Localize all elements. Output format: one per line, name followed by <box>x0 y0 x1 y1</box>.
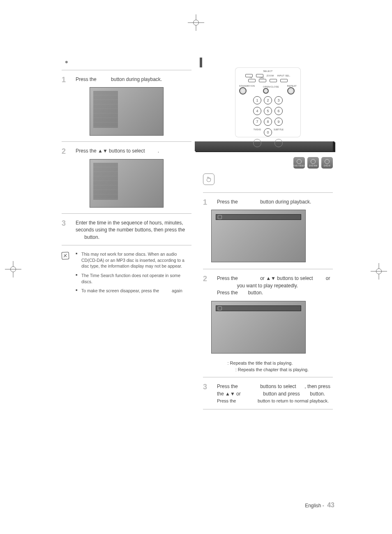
left-step-3: 3 Enter the time in the sequence of hour… <box>62 220 191 241</box>
period: . <box>158 148 159 154</box>
step-text: button. <box>248 290 263 296</box>
standby-button <box>239 87 247 95</box>
step-text: Enter the time in the sequence of hours,… <box>76 220 185 233</box>
step-text: Press the ▲▼ buttons to select <box>76 148 145 154</box>
note-text: To make the screen disappear, press the <box>81 288 159 293</box>
info-button-label: INFO <box>160 288 171 293</box>
step-text: Press the <box>217 398 236 403</box>
disc-icon-dvd-video: DVD-VIDEO <box>293 157 305 169</box>
disc-icon-dvd-rw: DVD-RW <box>307 157 319 169</box>
step-text: button to return to normal playback. <box>258 398 329 403</box>
separator <box>203 269 333 269</box>
section-bullet: • <box>62 58 191 67</box>
open-close-button <box>263 88 269 94</box>
step-text: button during playback. <box>260 199 311 205</box>
column-marker <box>200 58 202 67</box>
note-block: This may not work for some discs. When a… <box>62 251 191 297</box>
crop-mark-top <box>188 14 204 31</box>
repeat-button-label: REPEAT <box>239 275 259 281</box>
step-number: 1 <box>203 197 207 208</box>
step-number: 1 <box>62 74 66 85</box>
legend-text: : Repeats the title that is playing. <box>227 361 293 365</box>
remote-label: STANDBY/ON <box>239 85 255 87</box>
separator <box>203 192 333 193</box>
time-label: Time <box>146 148 158 154</box>
left-step-1: 1 Press the INFO button during playback. <box>62 76 191 83</box>
step-text: button. <box>310 391 325 397</box>
separator <box>62 245 191 245</box>
remote-button <box>253 139 261 147</box>
separator <box>203 409 333 409</box>
remote-operation-icon <box>203 173 214 185</box>
disc-icon-dvd-r: DVD-R <box>321 157 333 169</box>
remote-numpad-6: 6 <box>274 107 283 115</box>
step-text: or <box>326 275 330 281</box>
footer-language: English - <box>305 503 324 509</box>
osd-screenshot-1 <box>90 87 164 136</box>
remote-numpad-7: 7 <box>253 118 261 126</box>
step-text: buttons to select <box>260 384 296 389</box>
right-column: SELECT ZOOM INPUT SEL. TV DVD STANDBY/O <box>203 58 333 415</box>
chapter-option: Chapter <box>217 283 235 289</box>
osd-screenshot-repeat-2 <box>211 301 306 354</box>
remote-label: TV <box>249 76 252 79</box>
right-step-2: 2 Press the REPEAT or ▲▼ buttons to sele… <box>203 275 333 296</box>
remote-numpad-5: 5 <box>264 107 272 115</box>
remote-label: DVD <box>260 76 264 79</box>
left-column: • 1 Press the INFO button during playbac… <box>62 58 191 415</box>
step-number: 2 <box>203 273 207 284</box>
legend-text: : Repeats the chapter that is playing. <box>235 367 309 372</box>
step-text: Press the <box>217 384 238 389</box>
title-label: Title <box>217 361 226 365</box>
disc-label: DVD-RW <box>309 164 317 167</box>
info-button-label: INFO <box>98 76 110 82</box>
note-icon <box>62 252 69 259</box>
step-number: 3 <box>62 218 66 229</box>
remote-numpad-0: 0 <box>264 128 272 136</box>
remote-numpad-8: 8 <box>264 118 272 126</box>
remote-label: INPUT SEL. <box>277 74 291 77</box>
disc-label: DVD-VIDEO <box>293 164 305 167</box>
off-option: Off <box>297 384 304 389</box>
page-body: • 1 Press the INFO button during playbac… <box>62 58 333 415</box>
remote-label: SUBTITLE <box>274 128 283 136</box>
step-text: Press the <box>217 199 238 205</box>
separator <box>203 377 333 377</box>
note-item: To make the screen disappear, press the … <box>76 288 191 294</box>
step-text: you want to play repeatedly. <box>237 283 298 289</box>
remote-label: REPEAT <box>287 85 297 87</box>
left-step-2: 2 Press the ▲▼ buttons to select Time. <box>62 148 191 155</box>
osd-screenshot-repeat-1 <box>211 210 306 262</box>
osd-screenshot-2 <box>90 159 164 208</box>
step-text: button and press <box>263 391 300 397</box>
remote-numpad-4: 4 <box>253 107 261 115</box>
page-footer: English - 43 <box>62 502 334 509</box>
right-step-3: 3 Press the REPEAT buttons to select Off… <box>203 383 333 405</box>
step-text: button during playback. <box>111 76 162 82</box>
remote-label: SELECT <box>263 70 272 72</box>
disc-label: DVD-R <box>324 164 330 167</box>
remote-numpad-9: 9 <box>274 118 283 126</box>
remote-numpad-3: 3 <box>274 96 283 104</box>
step-text: or ▲▼ buttons to select <box>260 275 313 281</box>
ok-button-label: OK <box>239 290 247 296</box>
step-text: Press the <box>217 275 238 281</box>
repeat-button-label: REPEAT <box>242 391 262 397</box>
remote-label: TV/DVD <box>253 128 261 136</box>
crop-mark-left <box>5 261 21 277</box>
repeat-legend: Title : Repeats the title that is playin… <box>203 360 333 373</box>
step-text: Press the <box>217 290 238 296</box>
remote-numpad: 1 2 3 4 5 6 7 8 9 TV/DVD 0 SUBTITLE <box>239 96 297 147</box>
cancel-button-label: CANCEL <box>238 398 256 403</box>
title-option: Title <box>314 275 324 281</box>
note-text: again <box>172 288 182 293</box>
chapter-label: Chapter <box>217 367 234 372</box>
remote-label: OPEN/CLOSE <box>263 86 279 88</box>
remote-button <box>274 139 283 147</box>
separator <box>62 141 191 142</box>
right-step-1: 1 Press the REPEAT button during playbac… <box>203 199 333 206</box>
repeat-button <box>287 87 295 95</box>
step-text: Press the <box>76 76 97 82</box>
step-number: 2 <box>62 146 66 157</box>
separator <box>62 70 191 70</box>
